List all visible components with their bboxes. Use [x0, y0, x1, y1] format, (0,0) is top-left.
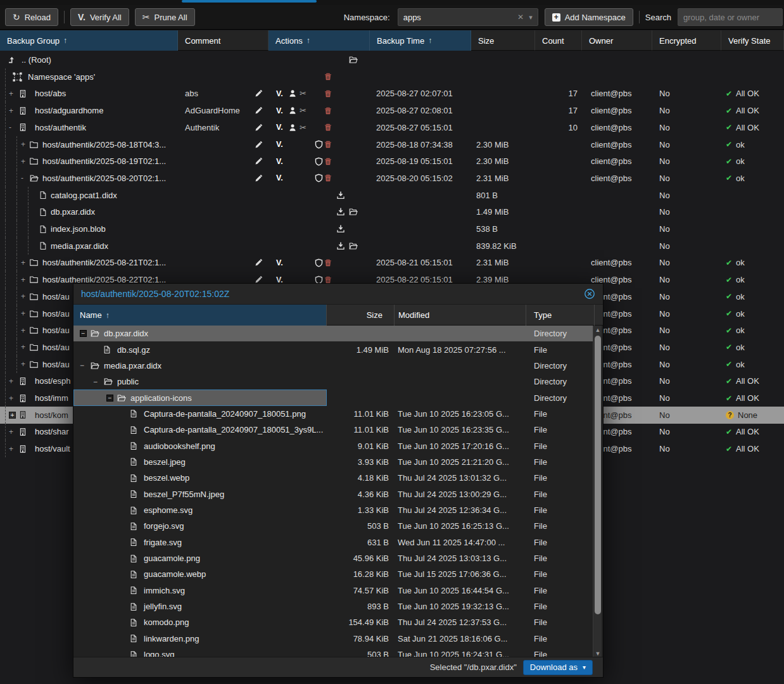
file-row[interactable]: audiobookshelf.png9.01 KiBTue Jun 10 202…	[73, 438, 593, 453]
scroll-thumb[interactable]	[595, 336, 601, 614]
action-download-icon[interactable]	[336, 203, 345, 220]
scroll-up-icon[interactable]: ▲	[593, 326, 602, 334]
tree-expander[interactable]: -	[21, 170, 23, 187]
action-download-icon[interactable]	[336, 220, 345, 238]
action-open-folder-icon[interactable]	[348, 51, 358, 68]
modal-column-header-modified[interactable]: Modified	[395, 305, 526, 326]
action-shield-icon[interactable]	[315, 170, 323, 187]
tree-expander[interactable]: +	[21, 254, 25, 271]
file-row[interactable]: komodo.png154.49 KiBThu Jul 24 2025 12:3…	[73, 614, 593, 630]
file-row[interactable]: guacamole.png45.96 KiBThu Jul 24 2025 13…	[73, 550, 593, 566]
add-namespace-button[interactable]: + Add Namespace	[545, 8, 633, 26]
tree-expander[interactable]: +	[9, 423, 13, 440]
close-icon[interactable]	[584, 288, 595, 300]
file-row[interactable]: Captura-de-pantalla_20240907_180051.png1…	[73, 406, 593, 422]
tree-row-group[interactable]: -host/authentikAuthentikV.✂2025-08-27 05…	[0, 119, 784, 136]
action-edit-icon[interactable]	[255, 119, 263, 136]
action-owner-icon[interactable]	[289, 85, 297, 102]
action-trash-icon[interactable]	[324, 254, 332, 271]
action-browse-icon[interactable]	[348, 238, 358, 255]
action-verify-icon[interactable]: V.	[276, 85, 283, 102]
tree-expander[interactable]: +	[9, 372, 13, 390]
modal-column-header-size[interactable]: Size	[327, 305, 395, 326]
action-edit-icon[interactable]	[255, 102, 263, 119]
action-verify-icon[interactable]: V.	[276, 119, 283, 136]
action-edit-icon[interactable]	[255, 85, 263, 102]
column-header-owner[interactable]: Owner	[582, 30, 652, 51]
action-browse-icon[interactable]	[348, 203, 358, 220]
action-trash-icon[interactable]	[324, 119, 332, 136]
action-owner-icon[interactable]	[289, 102, 297, 119]
column-header-backup-group[interactable]: Backup Group↑	[0, 30, 178, 51]
tree-expander[interactable]: +	[21, 356, 25, 373]
action-prune-icon[interactable]: ✂	[300, 119, 307, 136]
file-row[interactable]: forgejo.svg503 BTue Jun 10 2025 16:25:13…	[73, 518, 593, 534]
search-input[interactable]	[678, 8, 783, 26]
tree-expander[interactable]: +	[21, 271, 25, 288]
verify-all-button[interactable]: V. Verify All	[70, 8, 129, 26]
tree-row-root[interactable]: .. (Root)	[0, 51, 784, 68]
tree-expander[interactable]: -	[9, 119, 11, 136]
action-trash-icon[interactable]	[324, 136, 332, 153]
action-edit-icon[interactable]	[255, 170, 263, 187]
file-row[interactable]: esphome.svg1.33 KiBThu Jul 24 2025 12:36…	[73, 502, 593, 518]
tree-row-file[interactable]: index.json.blob538 BNo	[0, 220, 784, 238]
namespace-combobox[interactable]: apps ✕ ▾	[398, 8, 538, 26]
action-trash-icon[interactable]	[324, 170, 332, 187]
file-row[interactable]: −publicDirectory	[73, 374, 593, 390]
reload-button[interactable]: ↻ Reload	[5, 8, 58, 26]
column-header-encrypted[interactable]: Encrypted	[652, 30, 721, 51]
action-verify-icon[interactable]: V.	[276, 102, 283, 119]
action-shield-icon[interactable]	[315, 254, 323, 271]
action-verify-icon[interactable]: V.	[276, 170, 283, 187]
tree-expander[interactable]: +	[21, 136, 25, 153]
tree-expander[interactable]: +	[21, 288, 25, 305]
tree-expander[interactable]: −	[80, 326, 87, 341]
action-edit-icon[interactable]	[255, 136, 263, 153]
file-row[interactable]: −db.pxar.didxDirectory	[73, 326, 593, 341]
action-shield-icon[interactable]	[315, 153, 323, 170]
action-trash-icon[interactable]	[324, 68, 332, 86]
tree-expander[interactable]: +	[9, 407, 16, 424]
tree-expander[interactable]: +	[21, 339, 25, 356]
column-header-comment[interactable]: Comment	[178, 30, 269, 51]
action-download-icon[interactable]	[336, 187, 345, 204]
file-row[interactable]: jellyfin.svg893 BTue Jun 10 2025 19:32:1…	[73, 598, 593, 614]
tree-row-snapshot[interactable]: -host/authentik/2025-08-20T02:1...V.2025…	[0, 170, 784, 187]
tree-row-namespace[interactable]: Namespace 'apps'	[0, 68, 784, 86]
tree-expander[interactable]: +	[9, 85, 13, 102]
prune-all-button[interactable]: ✂ Prune All	[135, 8, 195, 26]
chevron-down-icon[interactable]: ▾	[529, 13, 533, 22]
action-verify-icon[interactable]: V.	[276, 136, 283, 153]
action-prune-icon[interactable]: ✂	[300, 85, 307, 102]
column-header-verify-state[interactable]: Verify State	[721, 30, 784, 51]
tree-row-file[interactable]: db.pxar.didx1.49 MiBNo	[0, 203, 784, 220]
file-row[interactable]: frigate.svg631 BWed Jun 11 2025 14:47:00…	[73, 535, 593, 550]
tree-expander[interactable]: −	[80, 358, 84, 374]
tree-row-group[interactable]: +host/adguardhomeAdGuardHomeV.✂2025-08-2…	[0, 102, 784, 119]
tree-expander[interactable]: +	[9, 390, 13, 407]
file-row[interactable]: immich.svg74.57 KiBTue Jun 10 2025 16:44…	[73, 583, 593, 598]
file-row[interactable]: beszel.webp4.18 KiBThu Jul 24 2025 13:01…	[73, 470, 593, 486]
tree-row-snapshot[interactable]: +host/authentik/2025-08-21T02:1...V.2025…	[0, 254, 784, 271]
action-verify-icon[interactable]: V.	[276, 153, 283, 170]
modal-column-header-type[interactable]: Type	[526, 305, 595, 326]
tree-row-snapshot[interactable]: +host/authentik/2025-08-18T04:3...V.2025…	[0, 136, 784, 153]
action-trash-icon[interactable]	[324, 102, 332, 119]
download-as-button[interactable]: Download as ▾	[523, 660, 593, 675]
action-edit-icon[interactable]	[255, 153, 263, 170]
action-prune-icon[interactable]: ✂	[300, 102, 307, 119]
tree-row-snapshot[interactable]: +host/authentik/2025-08-19T02:1...V.2025…	[0, 153, 784, 170]
tree-expander[interactable]: −	[106, 390, 113, 405]
scrollbar[interactable]: ▲ ▼	[593, 326, 602, 658]
file-row[interactable]: Captura-de-pantalla_20240907_180051_3ys9…	[73, 422, 593, 438]
file-row[interactable]: linkwarden.png78.94 KiBSat Jun 21 2025 1…	[73, 631, 593, 647]
file-row[interactable]: −media.pxar.didxDirectory	[73, 358, 593, 374]
column-header-actions[interactable]: Actions↑	[269, 30, 370, 51]
modal-column-header-name[interactable]: Name↑	[73, 305, 327, 326]
action-trash-icon[interactable]	[324, 85, 332, 102]
file-row[interactable]: beszel.jpeg3.93 KiBTue Jun 10 2025 21:21…	[73, 454, 593, 470]
clear-icon[interactable]: ✕	[517, 13, 524, 22]
tree-row-file[interactable]: media.pxar.didx839.82 KiBNo	[0, 238, 784, 255]
file-row[interactable]: db.sql.gz1.49 MiBMon Aug 18 2025 07:27:5…	[73, 341, 593, 357]
